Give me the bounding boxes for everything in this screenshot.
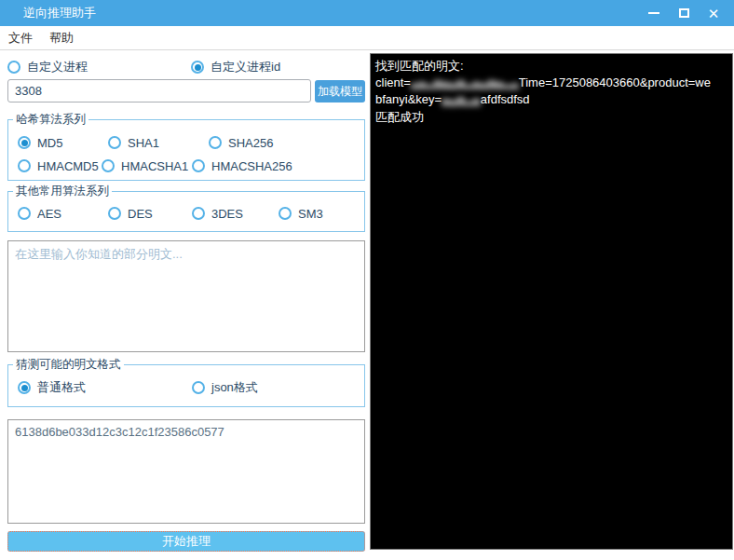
radio-icon	[7, 61, 20, 74]
radio-icon	[102, 159, 115, 172]
radio-icon	[108, 207, 121, 220]
console-line: 匹配成功	[375, 109, 727, 126]
maximize-icon	[679, 8, 689, 18]
close-icon: ✕	[708, 7, 720, 20]
radio-sha1[interactable]: SHA1	[108, 134, 209, 151]
radio-icon	[279, 207, 292, 220]
hash-value-textarea[interactable]: 6138d6be033d12c3c12c1f23586c0577	[7, 419, 365, 524]
hash-group-title: 哈希算法系列	[13, 112, 88, 128]
radio-label: SM3	[298, 207, 323, 221]
radio-des[interactable]: DES	[108, 205, 192, 222]
other-algorithm-group: 其他常用算法系列 AESDES3DESSM3	[7, 191, 365, 232]
radio-label: MD5	[37, 136, 62, 150]
plaintext-format-group: 猜测可能的明文格式 普通格式json格式	[7, 364, 365, 407]
radio-label: HMACSHA1	[121, 159, 188, 173]
radio-label: HMACSHA256	[211, 159, 292, 173]
redacted-text: ▅▄▆▃▅	[442, 94, 481, 105]
radio-icon	[209, 136, 222, 149]
window-title: 逆向推理助手	[23, 5, 96, 21]
radio-hmacsha256[interactable]: HMACSHA256	[192, 157, 332, 174]
hash-algorithm-group: 哈希算法系列 MD5SHA1SHA256HMACMD5HMACSHA1HMACS…	[7, 119, 365, 181]
console-line: 找到匹配的明文:	[375, 58, 727, 75]
radio-label: 自定义进程id	[211, 59, 280, 75]
radio-option[interactable]: 自定义进程	[7, 59, 191, 75]
radio-label: DES	[128, 207, 153, 221]
radio-label: 普通格式	[37, 379, 86, 396]
radio-label: 3DES	[211, 207, 243, 221]
radio-sha256[interactable]: SHA256	[209, 134, 279, 151]
radio-sm3[interactable]: SM3	[279, 205, 353, 222]
app-window: 逆向推理助手 ✕ 文件 帮助 自定义进程自定义进程id 加载模型 哈希算法系列 …	[0, 0, 734, 560]
maximize-button[interactable]	[669, 0, 699, 26]
radio-id[interactable]: 自定义进程id	[191, 59, 280, 75]
radio-option[interactable]: 普通格式	[18, 379, 192, 396]
console-text: bfanyi&key=	[375, 92, 442, 106]
known-plaintext-textarea[interactable]	[7, 240, 365, 352]
process-id-input[interactable]	[7, 79, 311, 102]
radio-hmacmd5[interactable]: HMACMD5	[18, 157, 102, 174]
radio-label: SHA256	[228, 136, 273, 150]
other-group-title: 其他常用算法系列	[13, 184, 112, 199]
radio-aes[interactable]: AES	[18, 205, 108, 222]
radio-label: json格式	[211, 379, 258, 396]
radio-icon	[192, 207, 205, 220]
console-text: 匹配成功	[375, 110, 424, 124]
close-button[interactable]: ✕	[699, 0, 728, 26]
menu-file[interactable]: 文件	[0, 26, 41, 49]
radio-hmacsha1[interactable]: HMACSHA1	[102, 157, 192, 174]
radio-3des[interactable]: 3DES	[192, 205, 279, 222]
console-text: 找到匹配的明文:	[375, 59, 464, 73]
start-inference-button[interactable]: 开始推理	[7, 531, 365, 552]
output-console[interactable]: 找到匹配的明文:client=▄▅▃▆▅▄▆▃▅▄▆▅▃▄Time=172508…	[370, 53, 733, 550]
console-line: bfanyi&key=▅▄▆▃▅afdfsdfsd	[375, 91, 727, 109]
radio-icon	[192, 159, 205, 172]
console-text: afdfsdfsd	[481, 92, 530, 106]
menu-help[interactable]: 帮助	[41, 26, 82, 49]
minimize-button[interactable]	[639, 0, 669, 26]
radio-md5[interactable]: MD5	[18, 134, 108, 151]
radio-label: 自定义进程	[27, 59, 88, 75]
format-group-title: 猜测可能的明文格式	[13, 357, 124, 373]
radio-icon	[18, 136, 31, 149]
radio-icon	[192, 381, 205, 394]
redacted-text: ▄▅▃▆▅▄▆▃▅▄▆▅▃▄	[411, 77, 519, 89]
console-text: client=	[375, 75, 411, 89]
radio-icon	[191, 61, 204, 74]
radio-label: AES	[37, 207, 61, 221]
radio-icon	[18, 159, 31, 172]
radio-label: HMACMD5	[37, 159, 99, 173]
process-mode-radio-group: 自定义进程自定义进程id	[7, 59, 365, 75]
radio-label: SHA1	[128, 136, 159, 150]
load-model-button[interactable]: 加载模型	[315, 80, 365, 102]
radio-icon	[18, 207, 31, 220]
console-text: Time=1725086403660&product=we	[519, 75, 711, 89]
console-line: client=▄▅▃▆▅▄▆▃▅▄▆▅▃▄Time=1725086403660&…	[375, 75, 727, 92]
minimize-icon	[648, 12, 659, 14]
window-controls: ✕	[639, 0, 728, 26]
radio-icon	[108, 136, 121, 149]
radio-icon	[18, 381, 31, 394]
hash-radio-group: MD5SHA1SHA256HMACMD5HMACSHA1HMACSHA256	[8, 120, 355, 174]
radio-json[interactable]: json格式	[192, 379, 258, 396]
title-bar: 逆向推理助手 ✕	[0, 0, 734, 26]
menu-bar: 文件 帮助	[0, 26, 734, 50]
